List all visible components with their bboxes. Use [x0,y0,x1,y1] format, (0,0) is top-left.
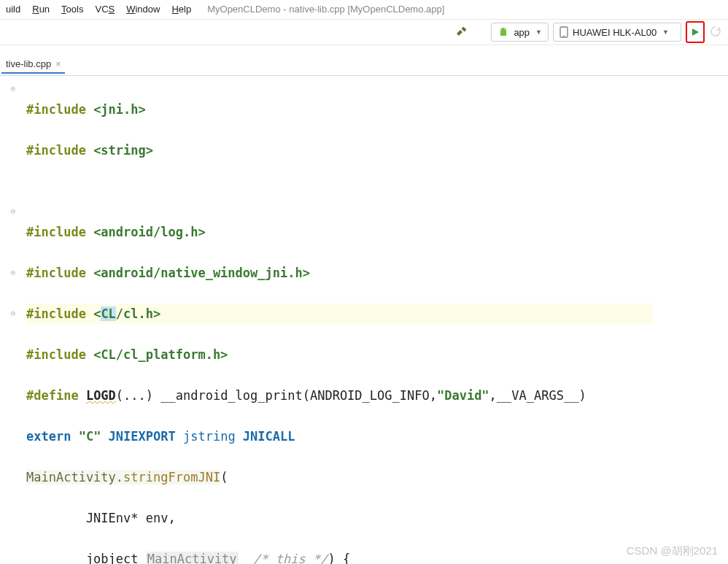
fold-icon[interactable]: ⊖ [0,79,26,99]
dropdown-icon: ▼ [662,28,669,36]
code-editor[interactable]: ⊖ ⊖ ⊖ ⊖ #include <jni.h> #include <strin… [0,76,728,564]
svg-point-4 [563,35,565,36]
fold-icon[interactable]: ⊖ [0,304,26,324]
build-icon[interactable] [454,26,468,39]
toolbar: app ▼ HUAWEI HLK-AL00 ▼ [0,19,728,45]
code-content[interactable]: #include <jni.h> #include <string> #incl… [26,79,653,564]
gutter: ⊖ ⊖ ⊖ ⊖ [0,79,26,564]
svg-point-1 [502,28,503,29]
watermark: CSDN @胡刚2021 [627,544,718,558]
dropdown-icon: ▼ [535,28,542,36]
run-config-label: app [514,27,530,38]
run-config-selector[interactable]: app ▼ [491,23,549,42]
device-label: HUAWEI HLK-AL00 [573,27,657,38]
menu-vcs[interactable]: VCS [90,2,119,16]
tab-title: tive-lib.cpp [6,58,51,69]
menu-run[interactable]: Run [28,2,54,16]
run-button[interactable] [686,21,705,43]
menu-tools[interactable]: Tools [57,2,88,16]
editor-tab[interactable]: tive-lib.cpp × [1,55,65,74]
menu-build[interactable]: uild [1,2,25,16]
apply-changes-icon[interactable] [709,25,722,40]
fold-icon[interactable]: ⊖ [0,201,26,222]
play-icon [690,27,700,37]
menu-bar: uild Run Tools VCS Window Help MyOpenCLD… [0,0,728,19]
android-icon [497,26,509,38]
window-title: MyOpenCLDemo - native-lib.cpp [MyOpenCLD… [207,4,444,15]
device-selector[interactable]: HUAWEI HLK-AL00 ▼ [553,23,681,42]
menu-window[interactable]: Window [122,2,164,16]
fold-icon[interactable]: ⊖ [0,263,26,283]
close-icon[interactable]: × [55,59,61,69]
menu-help[interactable]: Help [167,2,195,16]
phone-icon [559,26,568,38]
svg-point-2 [505,28,506,29]
svg-rect-0 [462,26,467,31]
editor-tabs: tive-lib.cpp × [0,54,728,76]
